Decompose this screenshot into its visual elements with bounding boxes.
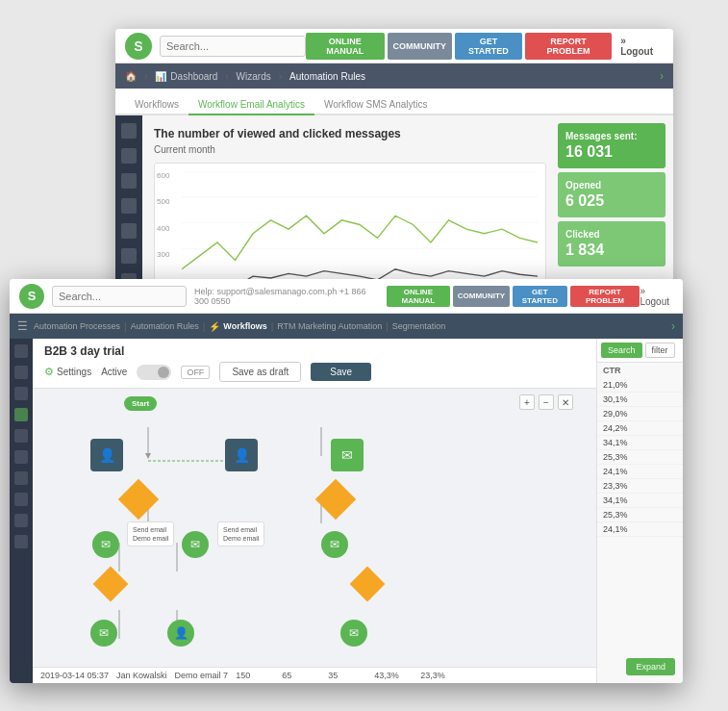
- back-get-started-btn[interactable]: GET STARTED: [455, 33, 522, 60]
- fbc-segmentation[interactable]: Segmentation: [392, 321, 446, 331]
- back-report-problem-btn[interactable]: REPORT PROBLEM: [525, 33, 612, 60]
- front-topbar: S Help: support@salesmanago.com.ph +1 86…: [10, 279, 683, 314]
- start-node[interactable]: Start: [124, 396, 157, 411]
- action-circle-5[interactable]: ✉: [321, 531, 348, 558]
- action-circle-1[interactable]: ✉: [92, 531, 119, 558]
- ctr-item-5: 25,3%: [597, 450, 683, 465]
- tab-workflow-email-analytics[interactable]: Workflow Email Analytics: [188, 95, 314, 115]
- fs-icon-9: [14, 514, 28, 527]
- zoom-out-btn[interactable]: −: [539, 394, 554, 410]
- condition-orange-right[interactable]: [355, 571, 380, 597]
- stat-opened: Opened 6 025: [558, 172, 665, 217]
- y-label-4: 400: [157, 224, 169, 233]
- search-btn[interactable]: Search: [601, 343, 642, 358]
- fbc-automation-rules[interactable]: Automation Rules: [131, 321, 199, 331]
- ctr-item-3: 24,2%: [597, 421, 683, 436]
- bottom-date: 2019-03-14 05:37: [40, 671, 109, 680]
- email-node-right2[interactable]: ✉: [331, 439, 364, 471]
- fs-icon-10: [14, 535, 28, 548]
- gear-icon: ⚙: [44, 366, 54, 378]
- action-icon-3: ✉: [90, 620, 117, 647]
- bc-home[interactable]: 🏠: [125, 71, 137, 82]
- bottom-email: Demo email 7: [175, 671, 229, 680]
- workflow-settings: ⚙ Settings Active OFF Save as draft Save: [44, 362, 585, 382]
- ctr-item-4: 34,1%: [597, 436, 683, 450]
- fbc-rtm[interactable]: RTM Marketing Automation: [277, 321, 382, 331]
- ctr-item-6: 24,1%: [597, 465, 683, 479]
- front-report-problem-btn[interactable]: REPORT PROBLEM: [570, 286, 640, 307]
- stat-messages-label: Messages sent:: [565, 131, 658, 141]
- bc-wizards[interactable]: Wizards: [237, 71, 271, 82]
- bc-arrow: ›: [660, 69, 664, 83]
- breadcrumb-menu-icon: ☰: [17, 319, 28, 333]
- active-toggle[interactable]: [137, 365, 171, 380]
- fs-icon-4: [14, 408, 28, 421]
- back-breadcrumb: 🏠 › 📊 Dashboard › Wizards › Automation R…: [115, 63, 673, 89]
- fs-icon-3: [14, 387, 28, 400]
- action-circle-4[interactable]: 👤: [167, 620, 194, 647]
- workflow-header: B2B 3 day trial ⚙ Settings Active OFF Sa…: [33, 339, 596, 389]
- front-support-text: Help: support@salesmanago.com.ph +1 866 …: [194, 287, 381, 306]
- workflow-title: B2B 3 day trial: [44, 344, 585, 358]
- zoom-in-btn[interactable]: +: [519, 394, 535, 410]
- front-window: S Help: support@salesmanago.com.ph +1 86…: [10, 279, 683, 683]
- fs-icon-6: [14, 450, 28, 464]
- condition-diamond-right: [315, 479, 356, 520]
- front-logo: S: [19, 284, 44, 309]
- tab-workflow-sms-analytics[interactable]: Workflow SMS Analytics: [314, 95, 438, 115]
- save-button[interactable]: Save: [311, 363, 371, 381]
- info-card-2: Send emailDemo email: [217, 521, 264, 546]
- front-online-manual-btn[interactable]: ONLINE MANUAL: [387, 286, 450, 307]
- stat-messages-sent: Messages sent: 16 031: [558, 123, 665, 168]
- card-text-1: Send emailDemo email: [127, 521, 174, 546]
- action-icon-2: ✉: [182, 531, 209, 558]
- email-node-right[interactable]: 👤: [225, 439, 258, 471]
- tab-workflows[interactable]: Workflows: [125, 95, 188, 115]
- bc-dashboard[interactable]: 📊 Dashboard: [155, 71, 217, 82]
- fs-icon-1: [14, 344, 28, 358]
- action-circle-6[interactable]: ✉: [340, 620, 367, 647]
- front-search-input[interactable]: [52, 286, 187, 307]
- expand-button[interactable]: Expand: [626, 658, 675, 675]
- save-draft-button[interactable]: Save as draft: [219, 362, 301, 382]
- fs-icon-2: [14, 366, 28, 379]
- stat-clicked-value: 1 834: [565, 241, 658, 259]
- close-canvas-btn[interactable]: ✕: [558, 394, 573, 410]
- chart-subtitle: Current month: [154, 144, 546, 155]
- ctr-item-1: 30,1%: [597, 393, 683, 407]
- action-circle-3[interactable]: ✉: [90, 620, 117, 647]
- info-card-1: Send emailDemo email: [127, 521, 174, 546]
- start-label: Start: [124, 396, 157, 411]
- front-main: B2B 3 day trial ⚙ Settings Active OFF Sa…: [33, 339, 596, 683]
- front-nav-buttons: ONLINE MANUAL COMMUNITY GET STARTED REPO…: [387, 286, 640, 307]
- sidebar-icon-3: [121, 173, 137, 189]
- fbc-automation-processes[interactable]: Automation Processes: [34, 321, 120, 331]
- email-node-left[interactable]: 👤: [90, 439, 123, 471]
- workflows-icon: ⚡: [209, 321, 220, 332]
- back-logout-btn[interactable]: » Logout: [615, 33, 664, 60]
- action-circle-2[interactable]: ✉: [182, 531, 209, 558]
- front-content: B2B 3 day trial ⚙ Settings Active OFF Sa…: [10, 339, 683, 683]
- fbc-sep-3: |: [271, 321, 274, 332]
- stat-clicked-label: Clicked: [565, 229, 658, 240]
- front-get-started-btn[interactable]: GET STARTED: [513, 286, 566, 307]
- condition-left[interactable]: [124, 485, 153, 514]
- front-community-btn[interactable]: COMMUNITY: [453, 286, 510, 307]
- condition-orange-left[interactable]: [98, 571, 123, 597]
- back-search-input[interactable]: [160, 36, 306, 57]
- fs-icon-8: [14, 493, 28, 506]
- sidebar-icon-1: [121, 123, 137, 139]
- orange-diamond-right: [350, 567, 386, 602]
- bottom-name: Jan Kowalski: [116, 671, 167, 680]
- condition-right[interactable]: [321, 485, 350, 514]
- filter-btn[interactable]: filter: [645, 343, 675, 358]
- back-community-btn[interactable]: COMMUNITY: [388, 33, 453, 60]
- email-icon-right2: ✉: [331, 439, 364, 471]
- bc-automation-rules[interactable]: Automation Rules: [289, 71, 365, 82]
- front-logout-btn[interactable]: » Logout: [640, 286, 673, 307]
- settings-label: ⚙ Settings: [44, 366, 91, 378]
- fbc-workflows[interactable]: ⚡ Workflows: [209, 321, 266, 332]
- fbc-arrow-right: ›: [671, 319, 675, 333]
- back-online-manual-btn[interactable]: ONLINE MANUAL: [306, 33, 385, 60]
- stat-opened-label: Opened: [565, 180, 658, 190]
